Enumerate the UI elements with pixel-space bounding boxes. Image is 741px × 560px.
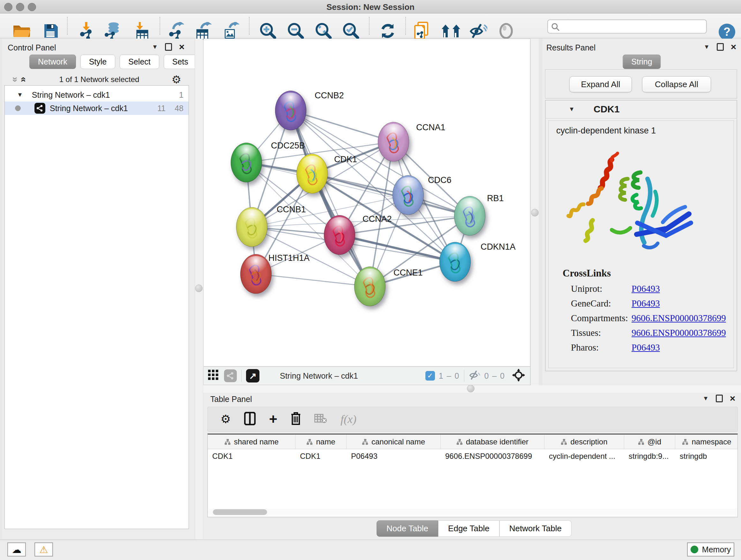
float-panel-icon[interactable] — [717, 43, 724, 51]
table-row[interactable]: CDK1 CDK1 P06493 9606.ENSP00000378699 cy… — [208, 449, 738, 463]
memory-button[interactable]: Memory — [687, 543, 734, 557]
entry-body: cyclin-dependent kinase 1 — [548, 120, 734, 368]
open-session-icon[interactable] — [13, 23, 30, 38]
network-node-CCNA2[interactable] — [324, 215, 355, 255]
network-collection-row[interactable]: ▼ String Network – cdk1 1 — [5, 88, 189, 102]
import-network-icon[interactable] — [78, 22, 95, 40]
detach-view-icon[interactable]: ↗ — [246, 369, 259, 382]
show-all-icon[interactable] — [498, 23, 514, 39]
delete-column-icon[interactable] — [291, 412, 301, 427]
expand-all-button[interactable]: Expand All — [569, 76, 632, 92]
table-panel: Table Panel ▼ × ⚙ + f(x) shared name nam… — [203, 393, 741, 540]
crosslink-link[interactable]: 9606.ENSP00000378699 — [631, 313, 726, 323]
tab-string[interactable]: String — [623, 55, 661, 69]
zoom-in-icon[interactable] — [259, 22, 277, 40]
tab-network[interactable]: Network — [29, 55, 76, 69]
node-label-HIST1H1A: HIST1H1A — [268, 253, 310, 263]
splitter-handle[interactable] — [531, 209, 539, 216]
right-splitter[interactable] — [530, 39, 539, 385]
cloud-button[interactable]: ☁ — [7, 543, 26, 557]
network-node-CDC25B[interactable] — [231, 143, 262, 182]
first-neighbors-icon[interactable] — [441, 24, 461, 38]
panel-menu-icon[interactable]: ▼ — [704, 44, 710, 51]
left-splitter[interactable] — [195, 39, 203, 539]
column-header[interactable]: canonical name — [372, 437, 425, 446]
collection-label: String Network – cdk1 — [32, 90, 110, 100]
scrollbar-thumb[interactable] — [213, 509, 267, 515]
grid-view-icon[interactable] — [208, 370, 219, 382]
tab-edge-table[interactable]: Edge Table — [438, 520, 499, 537]
splitter-handle[interactable] — [467, 385, 475, 392]
network-node-CDKN1A[interactable] — [440, 242, 471, 282]
tab-network-table[interactable]: Network Table — [499, 520, 571, 537]
network-node-CDK1[interactable] — [296, 154, 328, 193]
import-table-icon[interactable] — [134, 22, 150, 40]
network-node-HIST1H1A[interactable] — [240, 254, 272, 294]
network-node-CDC6[interactable] — [393, 175, 424, 215]
selected-checkbox-icon[interactable]: ✓ — [425, 371, 435, 381]
crosslink-link[interactable]: 9606.ENSP00000378699 — [631, 327, 726, 338]
float-panel-icon[interactable] — [165, 43, 172, 51]
share-view-icon[interactable] — [224, 369, 237, 382]
warning-icon: ⚠ — [40, 544, 48, 555]
panel-menu-icon[interactable]: ▼ — [152, 44, 158, 51]
tree-expander-icon[interactable]: ▼ — [17, 91, 23, 98]
tab-sets[interactable]: Sets — [164, 55, 197, 69]
splitter-handle[interactable] — [195, 285, 203, 292]
add-column-icon[interactable]: + — [269, 411, 277, 427]
zoom-fit-icon[interactable] — [315, 22, 332, 40]
collapse-all-button[interactable]: Collapse All — [642, 76, 711, 92]
close-panel-icon[interactable]: × — [730, 395, 736, 401]
import-database-icon[interactable] — [104, 22, 122, 40]
crosslink-label: GeneCard: — [571, 298, 631, 309]
show-columns-icon[interactable] — [244, 412, 256, 427]
network-node-CCNA1[interactable] — [378, 122, 409, 162]
network-node-CCNE1[interactable] — [354, 266, 386, 306]
column-header[interactable]: database identifier — [466, 437, 529, 446]
network-canvas[interactable]: CCNB2CCNA1CDC25BCDK1CDC6RB1CCNB1CCNA2CDK… — [203, 39, 530, 367]
network-view-title: String Network – cdk1 — [280, 371, 358, 381]
refresh-icon[interactable] — [380, 23, 396, 39]
close-panel-icon[interactable]: × — [179, 44, 185, 50]
export-image-icon[interactable] — [223, 22, 239, 40]
zoom-out-icon[interactable] — [287, 22, 305, 40]
table-options-gear-icon[interactable]: ⚙ — [220, 413, 231, 426]
horizontal-scrollbar[interactable] — [208, 509, 737, 516]
options-gear-icon[interactable]: ⚙ — [172, 73, 181, 86]
entry-header[interactable]: ▼ CDK1 — [546, 101, 737, 118]
bottom-splitter[interactable] — [203, 385, 741, 393]
column-header[interactable]: shared name — [234, 437, 279, 446]
column-header[interactable]: description — [570, 437, 607, 446]
birds-eye-icon[interactable] — [512, 369, 525, 383]
network-node-CCNB1[interactable] — [236, 207, 267, 247]
crosslink-link[interactable]: P06493 — [631, 342, 660, 353]
network-row[interactable]: String Network – cdk1 11 48 — [5, 102, 189, 115]
column-header[interactable]: namespace — [691, 437, 731, 446]
crosslink-link[interactable]: P06493 — [631, 298, 660, 308]
warnings-button[interactable]: ⚠ — [35, 543, 53, 557]
hide-selected-icon[interactable] — [469, 23, 487, 39]
node-table[interactable]: shared name name canonical name database… — [207, 434, 738, 517]
tab-style[interactable]: Style — [80, 55, 116, 69]
titlebar: Session: New Session — [0, 0, 741, 13]
zoom-selected-icon[interactable] — [342, 22, 360, 40]
column-header[interactable]: name — [316, 437, 335, 446]
float-panel-icon[interactable] — [716, 395, 723, 402]
tab-node-table[interactable]: Node Table — [377, 520, 438, 537]
network-node-RB1[interactable] — [454, 196, 485, 236]
tab-select[interactable]: Select — [120, 55, 159, 69]
arrow-ne-icon: ↗ — [249, 371, 256, 381]
network-node-CCNB2[interactable] — [275, 91, 307, 130]
column-header[interactable]: @id — [648, 437, 661, 446]
save-session-icon[interactable] — [43, 23, 58, 38]
search-input[interactable] — [547, 19, 707, 34]
export-table-icon[interactable] — [195, 22, 212, 40]
close-panel-icon[interactable]: × — [731, 44, 737, 50]
node-label-CCNB2: CCNB2 — [315, 91, 344, 101]
panel-menu-icon[interactable]: ▼ — [703, 395, 709, 402]
clone-network-icon[interactable] — [414, 22, 430, 40]
export-network-icon[interactable] — [167, 22, 184, 40]
crosslink-link[interactable]: P06493 — [631, 284, 660, 294]
entry-expander-icon[interactable]: ▼ — [569, 106, 575, 113]
help-icon[interactable]: ? — [718, 23, 736, 41]
